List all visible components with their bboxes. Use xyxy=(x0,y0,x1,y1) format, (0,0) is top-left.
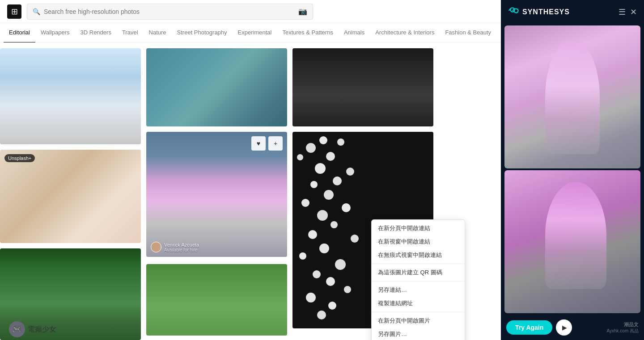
tab-nature[interactable]: Nature xyxy=(144,23,172,43)
tab-wallpapers[interactable]: Wallpapers xyxy=(35,23,75,43)
tab-travel[interactable]: Travel xyxy=(117,23,144,43)
tab-editorial[interactable]: Editorial xyxy=(4,23,35,43)
tab-architecture-interiors[interactable]: Architecture & Interiors xyxy=(370,23,440,43)
watermark-avatar: 🎮 xyxy=(9,321,25,337)
panel-logo-text: SYNTHESYS xyxy=(522,8,570,16)
photo-card-ballet-main[interactable]: ♥ + Venrick Azcueta Available for hire xyxy=(146,132,287,257)
ctx-divider-1 xyxy=(372,264,465,264)
panel-controls: ☰ ✕ xyxy=(619,7,637,17)
ctx-copy-link-addr[interactable]: 複製連結網址 xyxy=(372,297,465,310)
photo-card-teal[interactable] xyxy=(146,48,287,126)
ctx-save-link[interactable]: 另存連結… xyxy=(372,283,465,297)
attribution-avatar xyxy=(151,242,161,252)
search-input[interactable] xyxy=(44,8,295,15)
attribution-info: Venrick Azcueta Available for hire xyxy=(164,242,199,252)
photo-card-dark[interactable] xyxy=(292,48,433,126)
photo-card-green[interactable] xyxy=(146,264,287,336)
panel-images xyxy=(501,24,644,315)
tab-3d-renders[interactable]: 3D Renders xyxy=(75,23,117,43)
logo-icon: ⊞ xyxy=(11,8,18,16)
badge-text-1: 潮品文 xyxy=(624,321,639,328)
panel-logo: SYNTHESYS xyxy=(508,6,614,17)
ctx-divider-3 xyxy=(372,312,465,312)
ctx-divider-2 xyxy=(372,281,465,281)
context-menu: 在新分頁中開啟連結 在新視窗中開啟連結 在無痕式視窗中開啟連結 為這張圖片建立 … xyxy=(371,219,465,340)
tab-fashion-beauty[interactable]: Fashion & Beauty xyxy=(440,23,496,43)
play-button[interactable]: ▶ xyxy=(556,319,572,336)
panel-logo-icon xyxy=(508,6,519,17)
tab-experimental[interactable]: Experimental xyxy=(233,23,277,43)
search-bar[interactable]: 🔍 📷 xyxy=(27,4,313,20)
try-again-button[interactable]: Try Again xyxy=(506,320,552,335)
site-logo[interactable]: ⊞ xyxy=(7,4,21,19)
camera-icon[interactable]: 📷 xyxy=(298,7,307,16)
panel-close-button[interactable]: ✕ xyxy=(630,7,637,17)
photo-col-1: Unsplash+ xyxy=(0,48,141,340)
tab-animals[interactable]: Animals xyxy=(339,23,370,43)
badge-text-2: Ayxhk.com 高品 xyxy=(607,328,639,334)
panel-ballet-image-1[interactable] xyxy=(504,25,640,168)
like-button[interactable]: ♥ xyxy=(251,136,266,151)
panel-ballet-image-2[interactable] xyxy=(504,170,640,313)
watermark: 🎮 電癲少女 xyxy=(9,321,56,337)
tab-street-photography[interactable]: Street Photography xyxy=(172,23,233,43)
ctx-open-new-window[interactable]: 在新視窗中開啟連結 xyxy=(372,235,465,248)
watermark-text: 電癲少女 xyxy=(28,325,56,334)
ctx-save-image[interactable]: 另存圖片… xyxy=(372,327,465,340)
attribution-sub: Available for hire xyxy=(164,248,199,252)
unsplash-plus-badge: Unsplash+ xyxy=(4,154,35,162)
panel-header: SYNTHESYS ☰ ✕ xyxy=(501,0,644,24)
ctx-create-qr[interactable]: 為這張圖片建立 QR 圖碼 xyxy=(372,266,465,279)
search-icon: 🔍 xyxy=(33,8,40,15)
tab-textures-patterns[interactable]: Textures & Patterns xyxy=(277,23,338,43)
photo-col-2: ♥ + Venrick Azcueta Available for hire xyxy=(146,48,287,340)
synthesys-panel: SYNTHESYS ☰ ✕ Try Again ▶ 潮品文 Ayxhk.c xyxy=(501,0,644,340)
attribution-name: Venrick Azcueta xyxy=(164,242,199,248)
panel-badge: 潮品文 Ayxhk.com 高品 xyxy=(607,321,639,334)
photo-card-sleeping[interactable]: Unsplash+ xyxy=(0,150,141,243)
ctx-open-new-tab[interactable]: 在新分頁中開啟連結 xyxy=(372,222,465,235)
card-actions: ♥ + xyxy=(251,136,283,151)
ctx-open-incognito[interactable]: 在無痕式視窗中開啟連結 xyxy=(372,248,465,262)
card-attribution: Venrick Azcueta Available for hire xyxy=(151,242,199,252)
panel-menu-button[interactable]: ☰ xyxy=(619,7,626,17)
play-icon: ▶ xyxy=(562,324,567,331)
photo-card-motorcycle[interactable] xyxy=(0,48,141,144)
watermark-emoji: 🎮 xyxy=(12,324,22,334)
ctx-open-image-tab[interactable]: 在新分頁中開啟圖片 xyxy=(372,314,465,327)
panel-footer: Try Again ▶ 潮品文 Ayxhk.com 高品 xyxy=(501,315,644,340)
add-button[interactable]: + xyxy=(268,136,283,151)
